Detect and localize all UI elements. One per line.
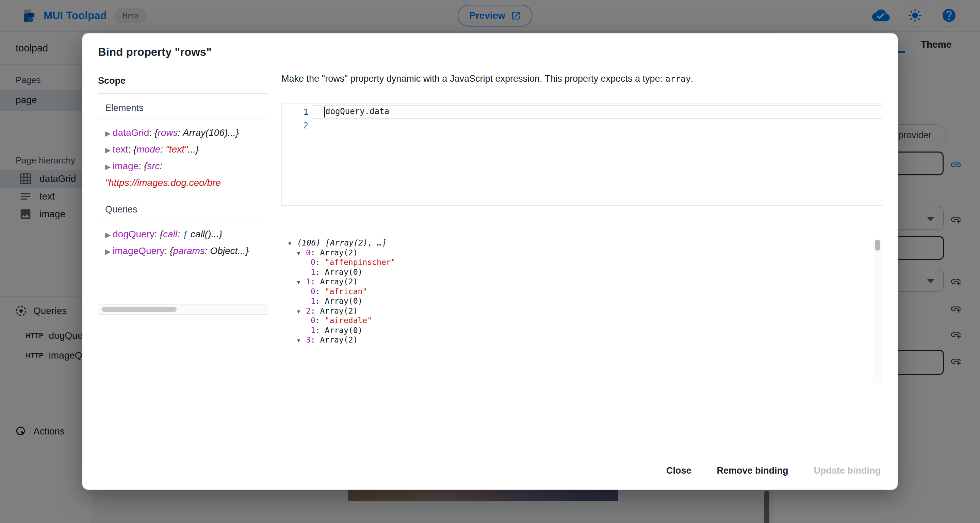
editor-line-1[interactable]: 1 dogQuery.data — [282, 105, 882, 119]
dialog-actions: Close Remove binding Update binding — [663, 461, 884, 481]
expand-arrow-icon[interactable]: ▼ — [297, 249, 306, 258]
queries-header: Queries — [98, 195, 268, 220]
scope-label: Scope — [98, 76, 126, 86]
result-scrollbar[interactable] — [873, 239, 882, 383]
line-number: 2 — [282, 119, 312, 132]
result-tree-line[interactable]: 1: Array(0) — [282, 267, 882, 277]
result-tree-line[interactable]: ▼2: Array(2) — [282, 306, 882, 316]
text-cursor — [324, 107, 325, 118]
close-button[interactable]: Close — [663, 461, 695, 481]
update-binding-button[interactable]: Update binding — [811, 461, 884, 481]
scope-horizontal-scrollbar[interactable] — [98, 305, 268, 314]
code-text: dogQuery.data — [325, 107, 389, 116]
dialog-title: Bind property "rows" — [98, 46, 212, 59]
spacer — [98, 263, 268, 305]
expression-editor[interactable]: 1 dogQuery.data 2 — [282, 104, 882, 206]
editor-line-2[interactable]: 2 — [282, 119, 882, 132]
tree-item-dogquery[interactable]: ▶ dogQuery: {call: ƒ call()...} — [105, 226, 262, 243]
editor-code-line[interactable]: dogQuery.data — [312, 105, 882, 119]
dialog-description: Make the "rows" property dynamic with a … — [282, 73, 884, 84]
tree-item-imagequery[interactable]: ▶ imageQuery: {params: Object...} — [105, 243, 262, 260]
result-tree-line[interactable]: 0: "affenpinscher" — [282, 257, 882, 267]
expand-arrow-icon[interactable]: ▼ — [297, 336, 306, 346]
result-scrollbar-thumb[interactable] — [875, 240, 880, 250]
scope-browser: Elements ▶ dataGrid: {rows: Array(106)..… — [98, 93, 268, 315]
result-tree-line[interactable]: 1: Array(0) — [282, 296, 882, 306]
elements-header: Elements — [98, 94, 268, 118]
tree-item-datagrid[interactable]: ▶ dataGrid: {rows: Array(106)...} — [105, 124, 262, 141]
screen: MUI Toolpad Beta Preview — [0, 0, 980, 523]
result-tree-line[interactable]: ▼0: Array(2) — [282, 248, 882, 258]
queries-tree: ▶ dogQuery: {call: ƒ call()...} ▶ imageQ… — [98, 220, 268, 263]
expand-arrow-icon[interactable]: ▼ — [297, 307, 306, 317]
result-tree-line[interactable]: ▼1: Array(2) — [282, 277, 882, 287]
result-tree-line[interactable]: 0: "african" — [282, 287, 882, 297]
tree-item-image[interactable]: ▶ image: {src: "https://images.dog.ceo/b… — [105, 158, 262, 191]
result-tree-line[interactable]: 0: "airedale" — [282, 316, 882, 325]
expand-arrow-icon[interactable]: ▼ — [297, 277, 306, 287]
editor-code-line[interactable] — [312, 119, 882, 132]
evaluation-result-tree[interactable]: ▼(106) [Array(2), …]▼0: Array(2)0: "affe… — [282, 238, 882, 350]
scope-scrollbar-thumb[interactable] — [102, 307, 177, 312]
line-number: 1 — [282, 105, 312, 119]
tree-item-text[interactable]: ▶ text: {mode: "text"...} — [105, 141, 262, 158]
expand-arrow-icon[interactable]: ▼ — [288, 239, 297, 249]
result-tree-line[interactable]: ▼3: Array(2) — [282, 335, 882, 345]
result-tree-line[interactable]: ▼(106) [Array(2), …] — [282, 238, 882, 248]
bind-property-dialog: Bind property "rows" Scope Elements ▶ da… — [82, 33, 898, 490]
elements-tree: ▶ dataGrid: {rows: Array(106)...} ▶ text… — [98, 118, 268, 195]
remove-binding-button[interactable]: Remove binding — [714, 461, 792, 481]
result-tree-line[interactable]: 1: Array(0) — [282, 325, 882, 335]
